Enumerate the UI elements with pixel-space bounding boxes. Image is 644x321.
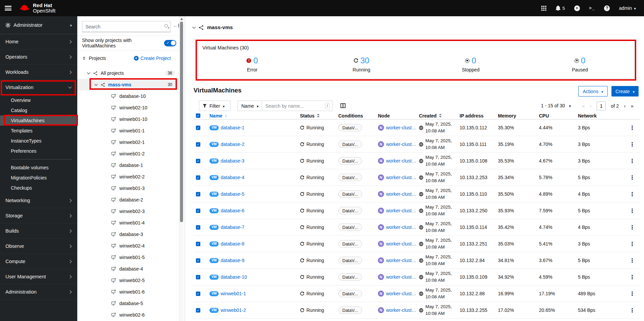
project-header[interactable]: mass-vms bbox=[193, 24, 233, 30]
tree-item-vm[interactable]: winweb02-5 bbox=[77, 275, 180, 286]
collapse-panel-icon[interactable]: ← bbox=[173, 23, 179, 28]
row-kebab-menu[interactable] bbox=[629, 191, 635, 197]
column-header-status[interactable]: Status bbox=[300, 113, 315, 119]
tree-item-vm[interactable]: winweb01-4 bbox=[77, 217, 180, 229]
node-link[interactable]: worker-cluster-... bbox=[386, 158, 417, 164]
sidebar-subitem[interactable]: Templates bbox=[0, 126, 77, 136]
projects-scrollbar[interactable] bbox=[179, 16, 184, 321]
tree-item-vm[interactable]: winweb02-10 bbox=[77, 102, 180, 113]
row-checkbox[interactable] bbox=[196, 275, 200, 279]
tree-item-vm[interactable]: database-3 bbox=[77, 229, 180, 240]
node-link[interactable]: worker-cluster-... bbox=[386, 175, 417, 180]
vm-name-link[interactable]: database-8 bbox=[221, 241, 244, 247]
chevron-down-icon[interactable] bbox=[95, 83, 98, 86]
sidebar-item[interactable]: Administration bbox=[0, 284, 77, 300]
sidebar-item[interactable]: Builds bbox=[0, 223, 77, 239]
row-kebab-menu[interactable] bbox=[629, 158, 635, 164]
tree-item-vm[interactable]: winweb01-10 bbox=[77, 113, 180, 125]
sidebar-item[interactable]: Observe bbox=[0, 239, 77, 254]
vm-name-link[interactable]: database-7 bbox=[221, 224, 244, 230]
conditions-pill[interactable]: DataV... bbox=[338, 124, 362, 131]
sidebar-subitem[interactable]: Preferences bbox=[0, 146, 77, 156]
brand-logo[interactable]: Red HatOpenShift bbox=[19, 3, 56, 14]
node-link[interactable]: worker-cluster-... bbox=[386, 307, 417, 313]
sidebar-subitem[interactable]: Checkups bbox=[0, 183, 77, 193]
vm-name-link[interactable]: database-2 bbox=[221, 142, 244, 147]
conditions-pill[interactable]: DataV... bbox=[338, 174, 362, 181]
row-checkbox[interactable] bbox=[196, 242, 200, 246]
chevron-down-icon[interactable] bbox=[193, 25, 196, 29]
scroll-up-icon[interactable] bbox=[180, 18, 183, 20]
tree-item-vm[interactable]: database-4 bbox=[77, 263, 180, 275]
vm-name-link[interactable]: winweb01-1 bbox=[221, 291, 246, 296]
conditions-pill[interactable]: DataV... bbox=[338, 240, 362, 248]
column-header-created[interactable]: Created bbox=[419, 113, 437, 119]
node-link[interactable]: worker-cluster-... bbox=[386, 291, 417, 296]
row-checkbox[interactable] bbox=[196, 225, 200, 230]
user-menu[interactable]: admin bbox=[619, 5, 636, 11]
tree-item-vm[interactable]: database-5 bbox=[77, 298, 180, 309]
sort-icon[interactable] bbox=[317, 114, 320, 117]
row-checkbox[interactable] bbox=[196, 308, 200, 313]
tree-item-vm[interactable]: database-1 bbox=[77, 159, 180, 171]
tree-item-vm[interactable]: winweb01-2 bbox=[77, 148, 180, 159]
next-page-button[interactable]: › bbox=[624, 103, 626, 109]
create-button[interactable]: Create bbox=[611, 86, 639, 97]
node-link[interactable]: worker-cluster-... bbox=[386, 142, 417, 147]
node-link[interactable]: worker-cluster-... bbox=[386, 241, 417, 247]
tree-item-vm[interactable]: winweb01-6 bbox=[77, 286, 180, 298]
scrollbar-thumb[interactable] bbox=[180, 22, 183, 222]
column-header-name[interactable]: Name bbox=[209, 113, 222, 119]
sidebar-item-virtualization[interactable]: Virtualization bbox=[0, 80, 77, 95]
sidebar-subitem[interactable]: Catalog bbox=[0, 105, 77, 115]
row-kebab-menu[interactable] bbox=[629, 291, 635, 297]
manage-columns-button[interactable] bbox=[340, 103, 346, 109]
sidebar-item[interactable]: Networking bbox=[0, 193, 77, 208]
conditions-pill[interactable]: DataV... bbox=[338, 141, 362, 148]
tree-item-vm[interactable]: winweb02-3 bbox=[77, 206, 180, 217]
tree-item-vm[interactable]: winweb01-3 bbox=[77, 183, 180, 194]
row-checkbox[interactable] bbox=[196, 142, 200, 147]
row-checkbox[interactable] bbox=[196, 192, 200, 196]
vm-name-link[interactable]: database-6 bbox=[221, 208, 244, 213]
node-link[interactable]: worker-cluster-... bbox=[386, 258, 417, 263]
sidebar-subitem[interactable]: Overview bbox=[0, 95, 77, 105]
sidebar-item[interactable]: User Management bbox=[0, 269, 77, 284]
row-checkbox[interactable] bbox=[196, 209, 200, 213]
sidebar-item[interactable]: Compute bbox=[0, 254, 77, 269]
row-checkbox[interactable] bbox=[196, 258, 200, 263]
stat-paused[interactable]: 0 Paused bbox=[525, 56, 635, 72]
tree-item-vm[interactable]: winweb02-2 bbox=[77, 171, 180, 183]
conditions-pill[interactable]: DataV... bbox=[338, 190, 362, 198]
filter-dropdown[interactable]: Filter bbox=[199, 101, 230, 111]
vm-name-link[interactable]: database-10 bbox=[221, 274, 247, 280]
pagination-range-dropdown[interactable]: 1 - 15 of 30 bbox=[541, 103, 571, 108]
sort-ascending-icon[interactable] bbox=[225, 113, 227, 119]
vm-name-link[interactable]: database-1 bbox=[221, 125, 244, 130]
tree-item-vm[interactable]: winweb02-1 bbox=[77, 136, 180, 148]
node-link[interactable]: worker-cluster-... bbox=[386, 208, 417, 213]
nav-toggle-button[interactable] bbox=[5, 6, 12, 10]
row-checkbox[interactable] bbox=[196, 126, 200, 130]
tree-item-vm[interactable]: winweb01-5 bbox=[77, 252, 180, 263]
vm-name-link[interactable]: winweb01-2 bbox=[221, 307, 246, 313]
tree-item-mass-vms[interactable]: mass-vms 30 bbox=[77, 79, 180, 90]
conditions-pill[interactable]: DataV... bbox=[338, 273, 362, 281]
conditions-pill[interactable]: DataV... bbox=[338, 306, 362, 314]
conditions-pill[interactable]: DataV... bbox=[338, 257, 362, 264]
create-project-link[interactable]: Create Project bbox=[134, 56, 171, 61]
sort-icon[interactable] bbox=[439, 114, 442, 117]
conditions-pill[interactable]: DataV... bbox=[338, 207, 362, 214]
node-link[interactable]: worker-cluster-... bbox=[386, 274, 417, 280]
projects-sort-icon[interactable] bbox=[83, 57, 85, 60]
sidebar-item[interactable]: Workloads bbox=[0, 65, 77, 80]
row-kebab-menu[interactable] bbox=[629, 141, 635, 148]
last-page-button[interactable]: » bbox=[631, 103, 633, 109]
perspective-switcher[interactable]: Administrator bbox=[0, 16, 77, 34]
notifications-button[interactable]: 5 bbox=[556, 5, 565, 11]
vm-name-link[interactable]: database-3 bbox=[221, 158, 244, 164]
conditions-pill[interactable]: DataV... bbox=[338, 157, 362, 165]
tree-item-vm[interactable]: winweb01-1 bbox=[77, 125, 180, 136]
help-button[interactable]: ? bbox=[604, 5, 610, 11]
row-kebab-menu[interactable] bbox=[629, 274, 635, 280]
